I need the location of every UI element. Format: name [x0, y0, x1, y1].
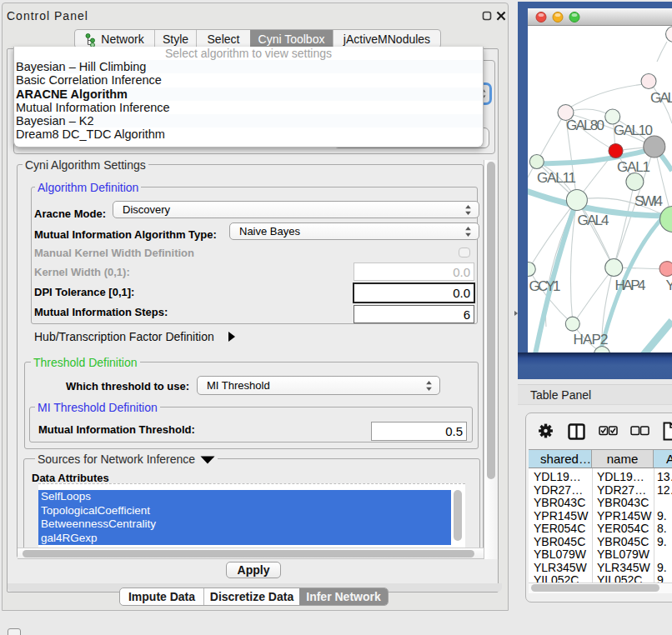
- svg-text:HAP4: HAP4: [615, 278, 646, 293]
- svg-text:GAL4: GAL4: [578, 212, 609, 228]
- svg-text:HAP2: HAP2: [574, 332, 609, 348]
- svg-text:GAL1: GAL1: [617, 159, 650, 175]
- svg-text:GCY1: GCY1: [529, 278, 561, 294]
- svg-text:GAL80: GAL80: [566, 118, 604, 133]
- svg-text:Y: Y: [666, 278, 672, 293]
- svg-text:GAL: GAL: [650, 90, 672, 106]
- svg-text:SWI4: SWI4: [634, 193, 663, 209]
- svg-text:GAL11: GAL11: [537, 170, 576, 186]
- svg-text:GAL10: GAL10: [614, 122, 653, 138]
